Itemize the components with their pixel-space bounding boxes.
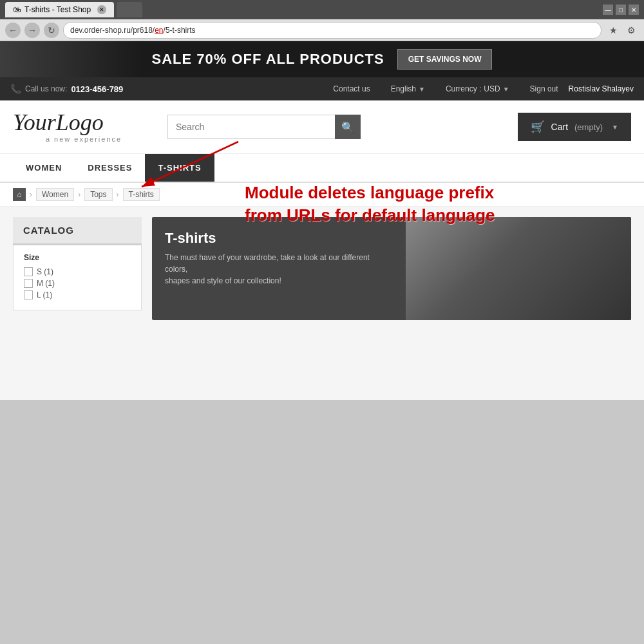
filter-checkbox-l[interactable]	[24, 290, 33, 299]
filter-checkbox-s[interactable]	[24, 267, 33, 276]
breadcrumb-home[interactable]: ⌂	[13, 188, 26, 201]
sale-text: SALE 70% OFF ALL PRODUCTS	[152, 51, 384, 68]
filter-size-title: Size	[24, 253, 131, 262]
filter-checkbox-m[interactable]	[24, 279, 33, 288]
top-nav: Contact us English ▼ Currency : USD ▼ Si…	[333, 84, 634, 93]
logo-area[interactable]: YourLogo a new experience	[13, 111, 155, 143]
nav-item-tshirts[interactable]: T-SHIRTS	[145, 154, 214, 182]
breadcrumb-sep-2: ›	[78, 190, 80, 199]
breadcrumb-tops[interactable]: Tops	[84, 188, 112, 201]
cart-icon: 🛒	[531, 120, 545, 134]
browser-nav-bar: ← → ↻ dev.order-shop.ru/pr618/en/5-t-shi…	[0, 19, 644, 41]
contact-us-link[interactable]: Contact us	[333, 84, 370, 93]
address-highlight: en	[155, 26, 163, 35]
tab-close-button[interactable]: ✕	[97, 5, 106, 14]
filter-option-l: L (1)	[24, 290, 131, 299]
page-wrapper: 🛍 T-shirts - Test Shop ✕ — □ ✕ ← → ↻ dev…	[0, 0, 644, 400]
category-banner: T-shirts The must have of your wardrobe,…	[152, 217, 631, 320]
phone-icon: 📞	[10, 84, 21, 94]
settings-icon[interactable]: ⚙	[623, 23, 639, 38]
sidebar: CATALOG Size S (1) M (1) L (1)	[13, 217, 142, 390]
sidebar-catalog-title: CATALOG	[13, 217, 142, 245]
filter-label-l[interactable]: L (1)	[37, 290, 52, 299]
main-content: CATALOG Size S (1) M (1) L (1)	[0, 207, 644, 400]
category-description-line2: shapes and style of our collection!	[165, 275, 371, 287]
search-button[interactable]: 🔍	[335, 115, 361, 139]
cart-status: (empty)	[574, 122, 603, 132]
nav-menu: WOMEN DRESSES T-SHIRTS	[0, 154, 644, 183]
category-description-line1: The must have of your wardrobe, take a l…	[165, 252, 371, 275]
top-bar: 📞 Call us now: 0123-456-789 Contact us E…	[0, 77, 644, 100]
breadcrumb-women[interactable]: Women	[36, 188, 74, 201]
logo-text: YourLogo	[13, 111, 155, 134]
logo-tagline: a new experience	[13, 135, 155, 143]
window-controls: — □ ✕	[603, 5, 639, 15]
filter-option-m: M (1)	[24, 279, 131, 288]
user-name[interactable]: Rostislav Shalayev	[569, 84, 634, 93]
category-title: T-shirts	[165, 230, 371, 247]
language-dropdown-arrow: ▼	[419, 86, 425, 93]
search-area: 🔍	[167, 115, 361, 139]
new-tab-area[interactable]	[117, 2, 142, 17]
sale-banner-bg-overlay	[0, 41, 142, 77]
breadcrumb-tshirts[interactable]: T-shirts	[123, 188, 160, 201]
close-button[interactable]: ✕	[629, 5, 639, 15]
browser-chrome: 🛍 T-shirts - Test Shop ✕ — □ ✕ ← → ↻ dev…	[0, 0, 644, 41]
tab-title: T-shirts - Test Shop	[24, 5, 91, 14]
site-header: YourLogo a new experience 🔍 🛒 Cart (empt…	[0, 100, 644, 154]
product-area: T-shirts The must have of your wardrobe,…	[152, 217, 631, 390]
sale-banner-image	[0, 41, 142, 77]
refresh-button[interactable]: ↻	[44, 23, 59, 38]
address-suffix: /5-t-shirts	[164, 26, 196, 35]
maximize-button[interactable]: □	[616, 5, 626, 15]
search-icon: 🔍	[341, 121, 354, 133]
currency-value: USD	[484, 84, 500, 93]
category-info: T-shirts The must have of your wardrobe,…	[165, 230, 371, 287]
back-button[interactable]: ←	[5, 23, 21, 38]
language-selector[interactable]: English ▼	[391, 84, 425, 93]
address-prefix: dev.order-shop.ru/pr618/	[70, 26, 155, 35]
cart-button[interactable]: 🛒 Cart (empty) ▼	[518, 113, 631, 141]
browser-tab[interactable]: 🛍 T-shirts - Test Shop ✕	[5, 2, 114, 17]
call-label: Call us now:	[25, 84, 67, 93]
breadcrumb: ⌂ › Women › Tops › T-shirts	[0, 183, 644, 207]
browser-titlebar: 🛍 T-shirts - Test Shop ✕ — □ ✕	[0, 0, 644, 19]
cart-dropdown-arrow: ▼	[612, 124, 618, 131]
filter-label-m[interactable]: M (1)	[37, 279, 55, 288]
breadcrumb-sep-1: ›	[30, 190, 32, 199]
tab-favicon: 🛍	[13, 5, 21, 14]
forward-button[interactable]: →	[24, 23, 40, 38]
nav-item-dresses[interactable]: DRESSES	[75, 154, 145, 182]
website-content: SALE 70% OFF ALL PRODUCTS GET SAVINGS NO…	[0, 41, 644, 400]
currency-selector[interactable]: Currency : USD ▼	[446, 84, 509, 93]
search-input[interactable]	[167, 115, 335, 139]
breadcrumb-sep-3: ›	[117, 190, 119, 199]
minimize-button[interactable]: —	[603, 5, 613, 15]
phone-number: 0123-456-789	[71, 84, 123, 94]
filter-label-s[interactable]: S (1)	[37, 267, 53, 276]
sale-banner: SALE 70% OFF ALL PRODUCTS GET SAVINGS NO…	[0, 41, 644, 77]
filter-option-s: S (1)	[24, 267, 131, 276]
filter-section: Size S (1) M (1) L (1)	[13, 245, 142, 310]
bookmark-icon[interactable]: ★	[605, 23, 621, 38]
language-label: English	[391, 84, 416, 93]
phone-area: 📞 Call us now: 0123-456-789	[10, 84, 320, 94]
nav-item-women[interactable]: WOMEN	[13, 154, 75, 182]
sale-cta-button[interactable]: GET SAVINGS NOW	[397, 49, 493, 70]
category-banner-image	[406, 217, 631, 320]
currency-dropdown-arrow: ▼	[503, 86, 509, 93]
address-bar[interactable]: dev.order-shop.ru/pr618/en/5-t-shirts	[63, 22, 601, 39]
sign-out-link[interactable]: Sign out	[530, 84, 558, 93]
currency-label: Currency :	[446, 84, 481, 93]
browser-nav-icons: ★ ⚙	[605, 23, 639, 38]
cart-label: Cart	[551, 122, 568, 132]
